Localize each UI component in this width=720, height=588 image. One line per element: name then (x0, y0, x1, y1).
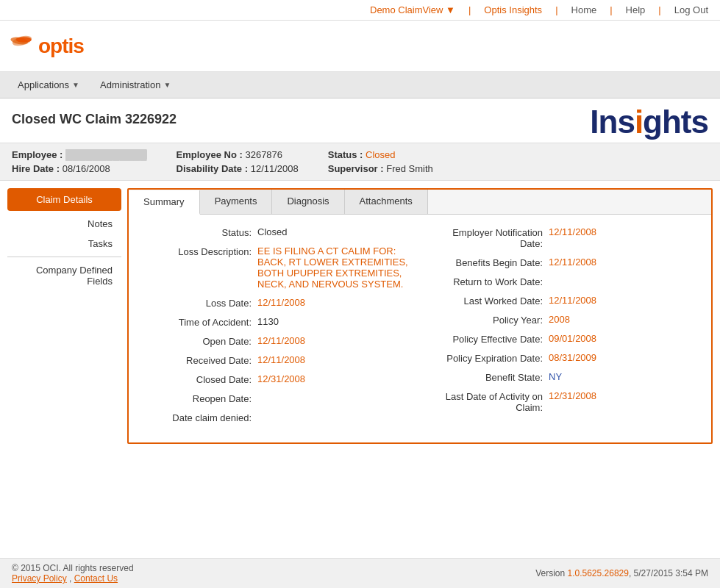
summary-grid: Status: Closed Loss Description: EE IS F… (143, 226, 696, 431)
svg-point-2 (16, 37, 32, 43)
policy-year-row: Policy Year: 2008 (431, 314, 696, 326)
reopen-date-row: Reopen Date: (143, 392, 409, 404)
employee-no-field: Employee No : 3267876 (177, 149, 299, 160)
nav-separator4: | (658, 4, 660, 15)
hire-date-field: Hire Date : 08/16/2008 (12, 163, 147, 174)
loss-date-row: Loss Date: 12/11/2008 (143, 297, 409, 309)
summary-right-column: Employer Notification Date: 12/11/2008 B… (431, 226, 696, 431)
time-of-accident-row: Time of Accident: 1130 (143, 316, 409, 328)
summary-content: Status: Closed Loss Description: EE IS F… (129, 215, 711, 442)
nav-separator: | (468, 4, 471, 15)
open-date-row: Open Date: 12/11/2008 (143, 335, 409, 347)
administration-arrow-icon: ▼ (163, 81, 171, 89)
insights-logo: Insights (590, 106, 708, 138)
page-title: Closed WC Claim 3226922 (12, 106, 177, 127)
applications-menu[interactable]: Applications ▼ (7, 74, 90, 96)
tab-summary[interactable]: Summary (129, 190, 200, 215)
optis-logo-icon (7, 35, 37, 57)
status-field: Status : Closed (328, 149, 433, 160)
logo: optis (7, 35, 84, 58)
company-defined-fields-link[interactable]: Company Defined Fields (7, 260, 121, 291)
tabs-bar: Summary Payments Diagnosis Attachments (129, 190, 711, 215)
optis-insights-link[interactable]: Optis Insights (484, 4, 542, 15)
sidebar-divider (7, 257, 121, 257)
demo-claimview-link[interactable]: Demo ClaimView ▼ (370, 4, 455, 15)
nav-separator3: | (610, 4, 612, 15)
tab-payments[interactable]: Payments (200, 190, 273, 214)
summary-left-column: Status: Closed Loss Description: EE IS F… (143, 226, 409, 431)
notes-link[interactable]: Notes (7, 214, 121, 234)
left-sidebar: Claim Details Notes Tasks Company Define… (7, 188, 121, 444)
administration-menu[interactable]: Administration ▼ (90, 74, 181, 96)
top-navigation: Demo ClaimView ▼ | Optis Insights | Home… (0, 0, 720, 21)
dropdown-arrow-icon: ▼ (446, 4, 455, 15)
tab-attachments[interactable]: Attachments (345, 190, 428, 214)
tab-diagnosis[interactable]: Diagnosis (272, 190, 344, 214)
nav-separator2: | (555, 4, 557, 15)
employee-field: Employee : ████████████ (12, 149, 147, 160)
employee-info-bar: Employee : ████████████ Hire Date : 08/1… (0, 143, 720, 181)
date-claim-denied-row: Date claim denied: (143, 412, 409, 423)
tasks-link[interactable]: Tasks (7, 234, 121, 254)
logo-bar: optis (0, 21, 720, 72)
claim-details-button[interactable]: Claim Details (7, 188, 121, 211)
supervisor-field: Supervisor : Fred Smith (328, 163, 433, 174)
help-link[interactable]: Help (626, 4, 646, 15)
policy-effective-row: Policy Effective Date: 09/01/2008 (431, 333, 696, 345)
closed-date-row: Closed Date: 12/31/2008 (143, 373, 409, 385)
right-content-panel: Summary Payments Diagnosis Attachments S… (127, 188, 713, 444)
logout-link[interactable]: Log Out (674, 4, 708, 15)
disability-date-field: Disability Date : 12/11/2008 (177, 163, 299, 174)
loss-description-row: Loss Description: EE IS FILING A CT CALI… (143, 245, 409, 290)
last-worked-row: Last Worked Date: 12/11/2008 (431, 295, 696, 306)
main-content: Claim Details Notes Tasks Company Define… (0, 181, 720, 451)
return-to-work-row: Return to Work Date: (431, 276, 696, 287)
received-date-row: Received Date: 12/11/2008 (143, 354, 409, 366)
benefits-begin-row: Benefits Begin Date: 12/11/2008 (431, 257, 696, 268)
policy-expiration-row: Policy Expiration Date: 08/31/2009 (431, 352, 696, 364)
last-date-activity-row: Last Date of Activity on Claim: 12/31/20… (431, 390, 696, 413)
status-row: Status: Closed (143, 226, 409, 238)
menu-bar: Applications ▼ Administration ▼ (0, 72, 720, 98)
applications-arrow-icon: ▼ (72, 81, 79, 89)
benefit-state-row: Benefit State: NY (431, 371, 696, 383)
home-link[interactable]: Home (571, 4, 597, 15)
page-header: Closed WC Claim 3226922 Insights (0, 98, 720, 143)
logo-text: optis (38, 35, 84, 58)
employer-notif-row: Employer Notification Date: 12/11/2008 (431, 226, 696, 249)
